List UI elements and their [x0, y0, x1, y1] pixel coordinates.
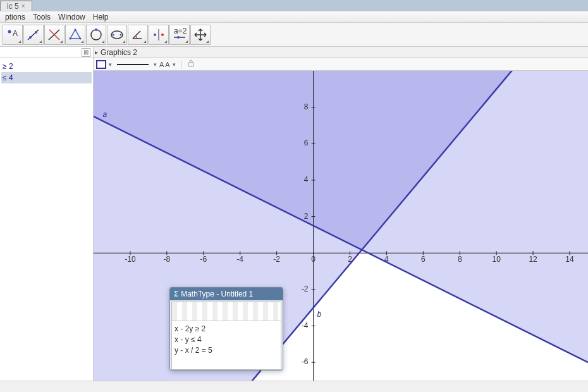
tab-geogebra[interactable]: ic 5 × — [0, 1, 32, 11]
svg-text:-8: -8 — [164, 255, 171, 264]
algebra-item[interactable]: ≤ 4 — [1, 72, 92, 83]
svg-text:-4: -4 — [236, 255, 243, 264]
svg-text:b: b — [317, 310, 322, 319]
svg-text:12: 12 — [529, 255, 537, 264]
dropdown-icon[interactable]: ▾ — [154, 61, 157, 68]
svg-point-21 — [177, 36, 180, 39]
svg-text:-6: -6 — [302, 357, 309, 366]
taskbar-preview[interactable]: Σ MathType - Untitled 1 x - 2y ≥ 2 x - y… — [169, 287, 283, 371]
svg-point-15 — [120, 34, 122, 35]
svg-text:-6: -6 — [200, 255, 207, 264]
algebra-list: ≥ 2 ≤ 4 — [0, 58, 93, 86]
separator — [181, 60, 181, 69]
svg-point-18 — [161, 34, 164, 36]
tab-close-icon[interactable]: × — [21, 3, 25, 9]
preview-title: MathType - Untitled 1 — [181, 290, 253, 298]
font-size-label[interactable]: A A — [159, 61, 170, 68]
algebra-item[interactable]: ≥ 2 — [1, 61, 92, 72]
collapse-icon[interactable]: ▸ — [95, 49, 98, 56]
dropdown-icon[interactable]: ▾ — [173, 61, 176, 68]
menu-window[interactable]: Window — [54, 11, 89, 23]
graphics-title: Graphics 2 — [101, 48, 137, 57]
lock-icon[interactable] — [187, 59, 195, 70]
browser-tabbar: ic 5 × — [0, 0, 588, 11]
svg-text:8: 8 — [458, 255, 462, 264]
svg-point-3 — [29, 36, 32, 39]
svg-text:-2: -2 — [302, 285, 309, 293]
svg-point-14 — [113, 34, 114, 35]
line-style-picker[interactable] — [117, 64, 149, 65]
toolbar: A a=2 — [0, 23, 588, 47]
line-tool[interactable] — [23, 25, 44, 45]
svg-marker-7 — [70, 30, 80, 39]
svg-text:A: A — [13, 29, 18, 38]
perpendicular-tool[interactable] — [65, 25, 85, 45]
angle-tool[interactable] — [128, 25, 148, 45]
svg-rect-22 — [188, 63, 193, 66]
svg-point-9 — [70, 37, 71, 39]
graphics-canvas[interactable]: -10-8-6-4-202468101214-6-4-22468ab — [94, 71, 588, 381]
tab-title: ic 5 — [7, 2, 19, 11]
svg-point-11 — [91, 30, 101, 40]
color-picker[interactable] — [96, 60, 106, 69]
graphics-panel: ▸ Graphics 2 ▾ ▾ A A ▾ -10-8-6-4-2024681… — [94, 47, 588, 381]
svg-line-2 — [28, 30, 39, 40]
circle-tool[interactable] — [107, 25, 127, 45]
svg-text:-2: -2 — [273, 255, 280, 264]
graph-plot[interactable]: -10-8-6-4-202468101214-6-4-22468ab — [94, 71, 588, 381]
slider-tool[interactable]: a=2 — [169, 25, 190, 45]
menu-help[interactable]: Help — [89, 11, 113, 23]
point-tool[interactable]: A — [3, 25, 23, 45]
svg-text:-4: -4 — [302, 321, 309, 330]
svg-text:10: 10 — [493, 255, 501, 264]
preview-body: x - 2y ≥ 2 x - y ≤ 4 y - x / 2 = 5 — [171, 302, 281, 370]
svg-text:6: 6 — [304, 138, 309, 147]
svg-text:a: a — [102, 110, 107, 119]
svg-point-17 — [154, 34, 156, 36]
polygon-tool[interactable] — [86, 25, 106, 45]
svg-point-12 — [95, 28, 97, 31]
svg-text:0: 0 — [311, 255, 315, 264]
dropdown-icon[interactable]: ▾ — [109, 61, 112, 68]
svg-text:8: 8 — [304, 102, 309, 111]
svg-point-10 — [80, 37, 82, 39]
svg-point-8 — [75, 28, 77, 30]
svg-text:-10: -10 — [125, 255, 136, 264]
menu-options[interactable]: ptions — [1, 11, 29, 23]
move-tool[interactable] — [190, 25, 211, 45]
menu-tools[interactable]: Tools — [29, 11, 54, 23]
svg-text:2: 2 — [304, 212, 309, 221]
svg-point-0 — [8, 30, 11, 33]
style-bar: ▾ ▾ A A ▾ — [94, 58, 588, 71]
svg-text:a=2: a=2 — [174, 27, 187, 35]
menu-bar: ptions Tools Window Help — [0, 11, 588, 23]
close-icon[interactable]: ⊠ — [82, 48, 90, 57]
segment-tool[interactable] — [44, 25, 64, 45]
svg-text:6: 6 — [421, 255, 426, 264]
algebra-panel: ⊠ ≥ 2 ≤ 4 — [0, 47, 94, 381]
reflect-tool[interactable] — [149, 25, 169, 45]
sigma-icon: Σ — [174, 290, 178, 298]
status-bar — [0, 381, 588, 392]
svg-text:4: 4 — [304, 175, 309, 184]
svg-point-4 — [35, 31, 37, 34]
svg-text:14: 14 — [565, 255, 574, 264]
